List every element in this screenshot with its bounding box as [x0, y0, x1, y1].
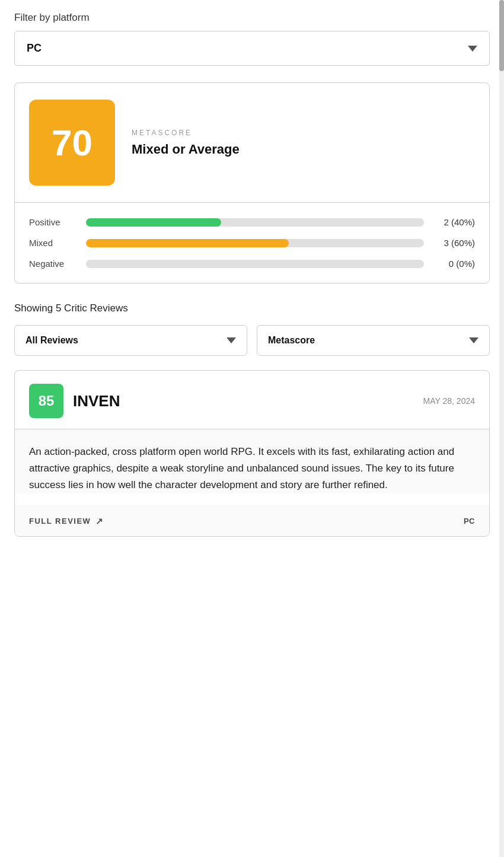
- positive-bar-row: Positive 2 (40%): [29, 217, 475, 227]
- negative-bar-track: [86, 260, 424, 268]
- all-reviews-chevron-icon: [227, 337, 236, 343]
- scrollbar-track[interactable]: [499, 0, 504, 857]
- score-label: METASCORE: [132, 129, 240, 137]
- score-bars: Positive 2 (40%) Mixed 3 (60%) Negative: [15, 203, 489, 283]
- platform-dropdown[interactable]: PC: [14, 31, 490, 66]
- review-date: MAY 28, 2024: [423, 396, 475, 406]
- mixed-bar-fill: [86, 239, 289, 247]
- scrollbar-thumb[interactable]: [499, 0, 504, 71]
- positive-bar-track: [86, 218, 424, 227]
- review-score-value: 85: [39, 393, 55, 409]
- metascore-card: 70 METASCORE Mixed or Average Positive 2…: [14, 82, 490, 283]
- mixed-count: 3 (60%): [433, 238, 475, 248]
- positive-count: 2 (40%): [433, 217, 475, 227]
- review-text: An action-packed, cross platform open wo…: [29, 444, 475, 493]
- platform-dropdown-chevron-icon: [468, 46, 477, 52]
- review-body: An action-packed, cross platform open wo…: [15, 429, 489, 493]
- review-source-name: INVEN: [73, 392, 120, 410]
- full-review-link[interactable]: FULL REVIEW: [29, 516, 105, 525]
- review-platform-tag: PC: [464, 517, 475, 525]
- review-card: 85 INVEN MAY 28, 2024 An action-packed, …: [14, 370, 490, 537]
- metascore-badge: 70: [29, 100, 115, 186]
- all-reviews-label: All Reviews: [25, 335, 78, 346]
- mixed-bar-track: [86, 239, 424, 247]
- metascore-value: 70: [52, 122, 92, 164]
- positive-label: Positive: [29, 217, 76, 227]
- review-card-header: 85 INVEN MAY 28, 2024: [15, 371, 489, 429]
- review-footer: FULL REVIEW PC: [15, 505, 489, 536]
- full-review-label: FULL REVIEW: [29, 517, 91, 525]
- review-score-badge: 85: [29, 384, 63, 418]
- negative-label: Negative: [29, 259, 76, 269]
- filter-row: All Reviews Metascore: [14, 325, 490, 356]
- score-info: METASCORE Mixed or Average: [132, 129, 240, 157]
- mixed-bar-row: Mixed 3 (60%): [29, 238, 475, 248]
- external-link-icon: [95, 516, 105, 525]
- negative-bar-row: Negative 0 (0%): [29, 259, 475, 269]
- metascore-sort-label: Metascore: [268, 335, 315, 346]
- negative-count: 0 (0%): [433, 259, 475, 269]
- positive-bar-fill: [86, 218, 221, 227]
- mixed-label: Mixed: [29, 238, 76, 248]
- metascore-sort-dropdown[interactable]: Metascore: [257, 325, 490, 356]
- metascore-sort-chevron-icon: [469, 337, 479, 343]
- platform-selected-value: PC: [27, 42, 42, 55]
- all-reviews-dropdown[interactable]: All Reviews: [14, 325, 247, 356]
- filter-by-platform-label: Filter by platform: [14, 12, 490, 24]
- showing-reviews-text: Showing 5 Critic Reviews: [14, 302, 490, 314]
- metascore-card-top: 70 METASCORE Mixed or Average: [15, 83, 489, 203]
- review-source-row: 85 INVEN: [29, 384, 120, 418]
- score-description: Mixed or Average: [132, 142, 240, 157]
